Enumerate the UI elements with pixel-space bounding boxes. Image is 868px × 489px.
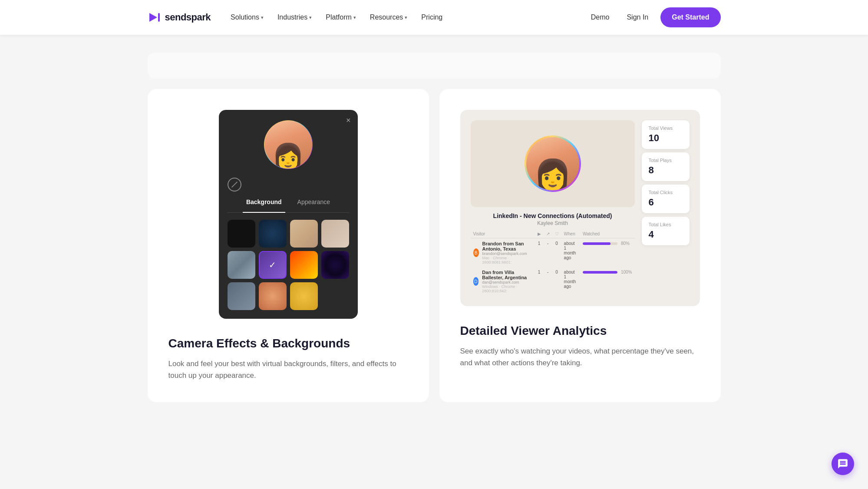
bg-option-orange[interactable] (259, 282, 287, 310)
stats-column: Total Views 10 Total Plays 8 Total Click… (642, 120, 690, 245)
stat-label: Total Plays (649, 158, 683, 163)
progress-fill (583, 271, 617, 274)
bg-option-extra1[interactable] (228, 282, 255, 310)
bg-option-room1[interactable] (290, 220, 318, 248)
stat-label: Total Likes (649, 222, 683, 227)
nav-items: Solutions ▾ Industries ▾ Platform ▾ Reso… (224, 10, 582, 25)
bg-option-blue-texture[interactable] (259, 220, 287, 248)
table-row: D Dan from Villa Ballester, Argentina da… (471, 267, 635, 296)
bg-option-purple[interactable]: ✓ (259, 251, 287, 279)
nav-item-resources[interactable]: Resources ▾ (364, 10, 413, 25)
stat-card: Total Clicks 6 (642, 185, 690, 213)
logo-text: sendspark (165, 12, 211, 23)
modal-close-button[interactable]: × (346, 116, 351, 125)
camera-card-description: Look and feel your best with virtual bac… (168, 358, 408, 381)
plays-cell: 1 (535, 267, 544, 296)
bg-option-fire[interactable] (290, 251, 318, 279)
stat-card: Total Likes 4 (642, 217, 690, 245)
bg-option-galaxy[interactable] (321, 251, 349, 279)
shares-cell: - (544, 238, 552, 268)
watched-cell: 100% (580, 267, 635, 296)
nav-resources-label: Resources (370, 13, 403, 21)
visitor-name: Brandon from San Antonio, Texas (482, 241, 532, 251)
analytics-visual: 👩 LinkedIn - New Connections (Automated)… (460, 110, 700, 306)
table-row: B Brandon from San Antonio, Texas brando… (471, 238, 635, 268)
analytics-video-title: LinkedIn - New Connections (Automated) (471, 212, 635, 219)
bg-option-black[interactable] (228, 220, 255, 248)
watched-percentage: 80% (621, 241, 630, 246)
like-icon: ♡ (555, 231, 559, 236)
progress-fill (583, 242, 611, 245)
bg-option-room2[interactable] (321, 220, 349, 248)
camera-modal: × 👩 (219, 110, 358, 319)
play-icon: ▶ (538, 231, 541, 236)
visitor-cell: D Dan from Villa Ballester, Argentina da… (471, 267, 535, 296)
visitor-email: dan@sendspark.com (482, 280, 532, 284)
chat-icon (837, 458, 848, 469)
stat-card: Total Views 10 (642, 120, 690, 149)
svg-rect-1 (158, 13, 160, 22)
chat-button[interactable] (832, 453, 854, 475)
chevron-down-icon: ▾ (405, 15, 407, 20)
shares-cell: - (544, 267, 552, 296)
bg-option-yellow[interactable] (290, 282, 318, 310)
modal-tabs: Background Appearance (228, 197, 349, 213)
visitor-cell: B Brandon from San Antonio, Texas brando… (471, 238, 535, 268)
visitor-email: brandon@sendspark.com (482, 251, 532, 256)
likes-cell: 0 (552, 267, 561, 296)
get-started-button[interactable]: Get Started (660, 7, 720, 27)
likes-cell: 0 (552, 238, 561, 268)
nav-item-platform[interactable]: Platform ▾ (320, 10, 362, 25)
share-icon: ↗ (546, 231, 550, 236)
visitor-device: Windows · Chrome · 2800:810:842: (482, 284, 532, 293)
stat-label: Total Views (649, 126, 683, 131)
progress-bar (583, 271, 617, 274)
col-share: ↗ (544, 230, 552, 238)
nav-item-pricing[interactable]: Pricing (415, 10, 449, 25)
progress-bar (583, 242, 617, 245)
camera-visual: × 👩 (168, 110, 408, 319)
tab-background[interactable]: Background (243, 197, 285, 213)
cards-grid: × 👩 (148, 89, 721, 402)
logo[interactable]: sendspark (148, 10, 211, 24)
visitor-avatar: D (473, 277, 479, 286)
ban-line (231, 182, 237, 188)
nav-pricing-label: Pricing (421, 13, 442, 21)
col-watched: Watched (580, 230, 635, 238)
analytics-card-title: Detailed Viewer Analytics (460, 324, 700, 338)
nav-right: Demo Sign In Get Started (586, 7, 721, 27)
nav-item-solutions[interactable]: Solutions ▾ (224, 10, 270, 25)
analytics-table: Visitor ▶ ↗ ♡ When (471, 230, 635, 296)
demo-link[interactable]: Demo (586, 10, 615, 25)
stat-label: Total Clicks (649, 190, 683, 195)
no-background-button[interactable] (228, 178, 241, 192)
nav-container: sendspark Solutions ▾ Industries ▾ Platf… (130, 0, 738, 35)
avatar-person-icon: 👩 (272, 144, 304, 169)
signin-link[interactable]: Sign In (621, 10, 653, 25)
analytics-card: 👩 LinkedIn - New Connections (Automated)… (439, 89, 721, 402)
nav-platform-label: Platform (326, 13, 352, 21)
visitor-avatar: B (473, 248, 479, 257)
nav-solutions-label: Solutions (231, 13, 259, 21)
analytics-video-preview: 👩 (471, 120, 635, 207)
modal-controls (228, 178, 349, 192)
tab-appearance[interactable]: Appearance (294, 197, 334, 207)
col-play: ▶ (535, 230, 544, 238)
col-visitor: Visitor (471, 230, 535, 238)
stat-value: 10 (649, 132, 683, 144)
analytics-card-description: See exactly who's watching your videos, … (460, 345, 700, 369)
bg-option-grey-room[interactable] (228, 251, 255, 279)
stat-card: Total Plays 8 (642, 152, 690, 181)
chevron-down-icon: ▾ (261, 15, 264, 20)
modal-avatar: 👩 (262, 119, 314, 171)
analytics-video-subtitle: Kaylee Smith (471, 220, 635, 226)
chevron-down-icon: ▾ (353, 15, 356, 20)
chevron-down-icon: ▾ (309, 15, 312, 20)
selected-check: ✓ (260, 252, 286, 278)
col-when: When (561, 230, 580, 238)
when-cell: about 1 month ago (561, 267, 580, 296)
camera-card-title: Camera Effects & Backgrounds (168, 336, 408, 351)
navbar: sendspark Solutions ▾ Industries ▾ Platf… (0, 0, 868, 35)
watched-percentage: 100% (621, 270, 632, 274)
nav-item-industries[interactable]: Industries ▾ (271, 10, 318, 25)
